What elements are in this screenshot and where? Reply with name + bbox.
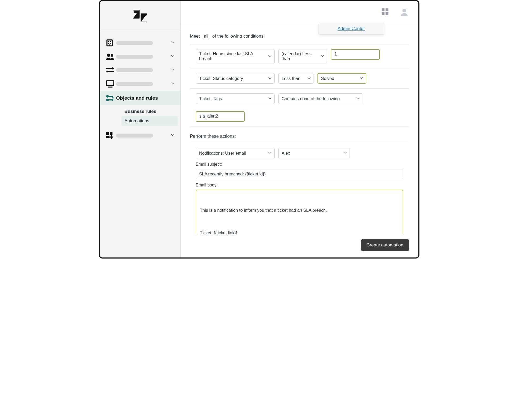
logo bbox=[100, 1, 180, 31]
select-value: Contains none of the following bbox=[282, 96, 340, 101]
apps-grid-icon bbox=[106, 131, 116, 139]
condition-row: Ticket: Status category Less than Solved bbox=[190, 68, 409, 89]
sidebar-item-workspaces[interactable] bbox=[100, 77, 180, 91]
svg-rect-7 bbox=[110, 43, 111, 44]
email-subject-input[interactable]: SLA recently breached: {{ticket.id}} bbox=[196, 169, 403, 179]
chevron-down-icon bbox=[171, 81, 175, 87]
monitor-icon bbox=[106, 80, 116, 88]
sidebar-item-label: Objects and rules bbox=[116, 95, 158, 101]
select-value: Notifications: User email bbox=[199, 151, 246, 156]
placeholder-label bbox=[116, 82, 153, 86]
svg-rect-21 bbox=[110, 132, 112, 135]
chevron-down-icon bbox=[171, 67, 175, 73]
admin-center-popover: Admin Center bbox=[319, 23, 384, 35]
building-icon bbox=[106, 39, 116, 47]
svg-rect-5 bbox=[110, 41, 111, 42]
svg-point-10 bbox=[111, 54, 113, 57]
placeholder-label bbox=[116, 134, 153, 138]
chevron-down-icon bbox=[171, 40, 175, 45]
actions-title: Perform these actions: bbox=[190, 134, 409, 139]
svg-rect-8 bbox=[109, 44, 110, 46]
condition-field-select[interactable]: Ticket: Tags bbox=[196, 93, 275, 104]
chevron-down-icon bbox=[268, 54, 272, 59]
main: Admin Center Meet all of the following c… bbox=[181, 1, 418, 257]
email-body-label: Email body: bbox=[196, 183, 403, 188]
email-subject-label: Email subject: bbox=[196, 162, 403, 167]
sidebar-sub-heading[interactable]: Business rules bbox=[125, 105, 180, 116]
placeholder-label bbox=[116, 41, 153, 45]
sidebar: Objects and rules Business rules Automat… bbox=[100, 1, 181, 257]
condition-field-select[interactable]: Ticket: Status category bbox=[196, 73, 275, 84]
chevron-down-icon bbox=[268, 96, 272, 101]
svg-rect-24 bbox=[386, 8, 388, 11]
chevron-down-icon bbox=[171, 54, 175, 59]
condition-row: Ticket: Hours since last SLA breach (cal… bbox=[190, 44, 409, 68]
chevron-down-icon bbox=[268, 151, 272, 156]
chevron-down-icon bbox=[356, 96, 360, 101]
chevron-down-icon bbox=[360, 76, 363, 81]
svg-rect-22 bbox=[106, 136, 109, 138]
condition-operator-select[interactable]: Contains none of the following bbox=[278, 93, 362, 104]
svg-rect-25 bbox=[382, 12, 384, 15]
svg-marker-19 bbox=[112, 99, 114, 101]
chevron-down-icon bbox=[268, 76, 272, 81]
body-line: Ticket: {{ticket.link}} bbox=[200, 230, 399, 234]
condition-value-input[interactable]: 1 bbox=[331, 49, 380, 60]
meet-prefix: Meet bbox=[190, 34, 200, 39]
sidebar-item-channels[interactable] bbox=[100, 63, 180, 77]
condition-row: Ticket: Tags Contains none of the follow… bbox=[190, 89, 409, 127]
chevron-down-icon bbox=[343, 151, 347, 156]
condition-value-select[interactable]: Solved bbox=[317, 73, 366, 84]
select-value: Ticket: Tags bbox=[199, 96, 222, 101]
sidebar-item-objects-rules[interactable]: Objects and rules bbox=[100, 91, 180, 105]
chevron-down-icon bbox=[171, 133, 175, 138]
routes-icon bbox=[106, 94, 116, 102]
sidebar-item-people[interactable] bbox=[100, 50, 180, 63]
svg-marker-12 bbox=[112, 67, 114, 70]
svg-rect-20 bbox=[106, 132, 109, 135]
select-value: Solved bbox=[321, 76, 334, 81]
zendesk-logo-icon bbox=[132, 10, 148, 22]
svg-rect-15 bbox=[106, 81, 114, 85]
body-line: This is a notification to inform you tha… bbox=[200, 207, 399, 214]
email-body-textarea[interactable]: This is a notification to inform you tha… bbox=[196, 190, 403, 234]
match-all-selector[interactable]: all bbox=[202, 34, 210, 39]
svg-marker-14 bbox=[106, 70, 108, 73]
condition-operator-select[interactable]: Less than bbox=[278, 73, 314, 84]
people-icon bbox=[106, 53, 116, 60]
sidebar-subnav: Business rules Automations bbox=[100, 105, 180, 126]
create-automation-button[interactable]: Create automation bbox=[361, 239, 409, 251]
placeholder-label bbox=[116, 55, 153, 59]
tag-input[interactable]: sla_alert2 bbox=[196, 111, 245, 122]
sidebar-nav: Objects and rules Business rules Automat… bbox=[100, 31, 180, 143]
action-type-select[interactable]: Notifications: User email bbox=[196, 148, 275, 158]
admin-center-link[interactable]: Admin Center bbox=[338, 26, 365, 31]
select-value: (calendar) Less than bbox=[282, 51, 319, 61]
select-value: Less than bbox=[282, 76, 301, 81]
condition-field-select[interactable]: Ticket: Hours since last SLA breach bbox=[196, 49, 275, 63]
select-value: Alex bbox=[282, 151, 290, 156]
sidebar-item-apps[interactable] bbox=[100, 128, 180, 143]
svg-rect-4 bbox=[108, 41, 109, 42]
svg-point-9 bbox=[107, 54, 110, 57]
placeholder-label bbox=[116, 68, 153, 72]
svg-marker-2 bbox=[140, 14, 146, 22]
app-window: Objects and rules Business rules Automat… bbox=[99, 0, 419, 259]
svg-rect-6 bbox=[108, 43, 109, 44]
action-block: Notifications: User email Alex Email sub… bbox=[190, 143, 409, 234]
svg-rect-13 bbox=[108, 71, 114, 72]
svg-point-27 bbox=[402, 9, 406, 12]
topbar bbox=[181, 1, 418, 24]
svg-rect-11 bbox=[106, 68, 112, 69]
svg-rect-23 bbox=[382, 8, 384, 11]
products-grid-icon[interactable] bbox=[381, 7, 389, 18]
action-user-select[interactable]: Alex bbox=[278, 148, 350, 158]
svg-rect-26 bbox=[386, 12, 388, 15]
chevron-down-icon bbox=[321, 54, 324, 59]
select-value: Ticket: Hours since last SLA breach bbox=[199, 51, 266, 61]
condition-operator-select[interactable]: (calendar) Less than bbox=[278, 49, 327, 63]
profile-icon[interactable] bbox=[400, 8, 408, 17]
content: Meet all of the following conditions: Ti… bbox=[181, 24, 418, 234]
sidebar-sub-automations[interactable]: Automations bbox=[121, 116, 178, 126]
sidebar-item-account[interactable] bbox=[100, 36, 180, 50]
